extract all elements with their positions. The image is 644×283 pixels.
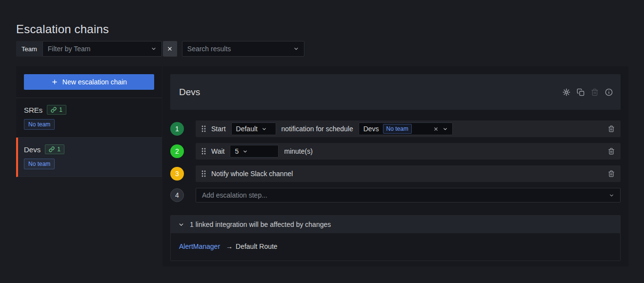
- drag-handle-icon[interactable]: [201, 170, 206, 177]
- link-icon: [51, 107, 57, 113]
- delete-step-button[interactable]: [608, 125, 615, 132]
- step-row: Wait 5 minute(s): [196, 143, 621, 160]
- delete-step-button[interactable]: [608, 170, 615, 177]
- linked-count: 1: [59, 106, 62, 113]
- step-number-badge: 1: [170, 122, 184, 136]
- add-escalation-step: 4 Add escalation step...: [170, 188, 621, 202]
- escalation-step-3: 3 Notify whole Slack channel: [170, 165, 621, 182]
- page-title: Escalation chains: [16, 22, 109, 36]
- chevron-down-icon: [609, 193, 614, 198]
- copy-button[interactable]: [577, 88, 584, 96]
- search-placeholder: Search results: [187, 45, 231, 53]
- drag-handle-icon[interactable]: [201, 148, 206, 155]
- trash-icon: [608, 125, 615, 132]
- escalation-step-2: 2 Wait 5 minute(s): [170, 143, 621, 160]
- linked-integration-row: AlertManager → Default Route: [171, 233, 620, 261]
- schedule-value: Devs: [363, 125, 379, 133]
- step-number-badge: 3: [170, 167, 184, 181]
- delete-step-button[interactable]: [608, 148, 615, 155]
- linked-integrations-header[interactable]: 1 linked integration will be affected by…: [171, 216, 620, 233]
- chevron-down-icon: [293, 46, 299, 52]
- link-icon: [49, 146, 55, 152]
- info-button[interactable]: [605, 88, 613, 96]
- schedule-team-badge: No team: [383, 124, 412, 134]
- step-text: Wait: [211, 147, 224, 155]
- schedule-select[interactable]: Devs No team: [359, 122, 453, 135]
- escalation-chain-panel: Devs: [162, 66, 628, 266]
- drag-handle-icon[interactable]: [201, 125, 206, 132]
- clear-team-filter-button[interactable]: [163, 41, 177, 57]
- linked-integrations-badge: 1: [47, 105, 66, 115]
- escalation-steps: 1 Start Default notification for schedul…: [170, 121, 621, 202]
- wait-duration-select[interactable]: 5: [230, 145, 279, 158]
- chevron-down-icon: [242, 149, 248, 154]
- policy-value: Default: [236, 125, 258, 133]
- step-row: Start Default notification for schedule …: [196, 121, 621, 137]
- escalation-chain-sidebar: New escalation chain SREs 1 No team Devs: [16, 66, 162, 178]
- duration-value: 5: [235, 147, 239, 155]
- notification-policy-select[interactable]: Default: [231, 122, 276, 135]
- team-filter-select[interactable]: Filter by Team: [42, 41, 162, 57]
- step-row: Notify whole Slack channel: [196, 165, 621, 182]
- step-number-badge: 4: [170, 188, 184, 202]
- step-number-badge: 2: [170, 144, 184, 158]
- plus-icon: [51, 79, 58, 85]
- integration-link[interactable]: AlertManager: [179, 243, 220, 250]
- escalation-step-1: 1 Start Default notification for schedul…: [170, 121, 621, 137]
- team-filter-label: Team: [16, 41, 42, 57]
- step-text: minute(s): [284, 147, 312, 155]
- linked-integrations-section: 1 linked integration will be affected by…: [170, 215, 621, 261]
- chain-name: SREs: [24, 106, 42, 114]
- panel-header: Devs: [170, 74, 621, 110]
- delete-chain-button[interactable]: [591, 88, 599, 96]
- trash-icon: [608, 148, 615, 155]
- linked-count: 1: [57, 146, 60, 153]
- step-text: notification for schedule: [282, 125, 353, 133]
- chain-item-sres[interactable]: SREs 1 No team: [16, 98, 162, 138]
- chevron-down-icon: [262, 126, 267, 132]
- trash-icon: [591, 88, 599, 96]
- close-icon: [167, 46, 173, 52]
- add-step-select[interactable]: Add escalation step...: [196, 188, 621, 202]
- chain-name: Devs: [24, 145, 40, 154]
- chevron-down-icon: [443, 126, 448, 132]
- team-badge: No team: [24, 119, 55, 130]
- add-step-placeholder: Add escalation step...: [202, 191, 267, 199]
- trash-icon: [608, 170, 615, 177]
- settings-button[interactable]: [563, 88, 570, 96]
- info-icon: [605, 88, 613, 96]
- route-name: Default Route: [236, 243, 278, 250]
- chevron-down-icon: [178, 222, 184, 228]
- chevron-down-icon: [151, 46, 157, 52]
- team-filter-placeholder: Filter by Team: [48, 45, 91, 53]
- chain-item-devs[interactable]: Devs 1 No team: [16, 138, 162, 177]
- team-badge: No team: [24, 159, 55, 169]
- gear-icon: [563, 88, 570, 96]
- linked-integrations-badge: 1: [45, 144, 64, 154]
- new-escalation-chain-label: New escalation chain: [62, 78, 127, 86]
- chain-list: SREs 1 No team Devs 1: [16, 98, 162, 177]
- filter-bar: Team Filter by Team Search results: [16, 41, 304, 57]
- copy-icon: [577, 88, 584, 96]
- search-results-select[interactable]: Search results: [182, 41, 304, 57]
- step-text: Start: [211, 125, 226, 133]
- step-text: Notify whole Slack channel: [211, 170, 293, 178]
- chain-title: Devs: [179, 87, 200, 98]
- arrow-right-icon: →: [226, 243, 233, 250]
- new-escalation-chain-button[interactable]: New escalation chain: [24, 74, 154, 90]
- clear-schedule-icon[interactable]: [433, 126, 439, 132]
- linked-summary: 1 linked integration will be affected by…: [190, 221, 331, 228]
